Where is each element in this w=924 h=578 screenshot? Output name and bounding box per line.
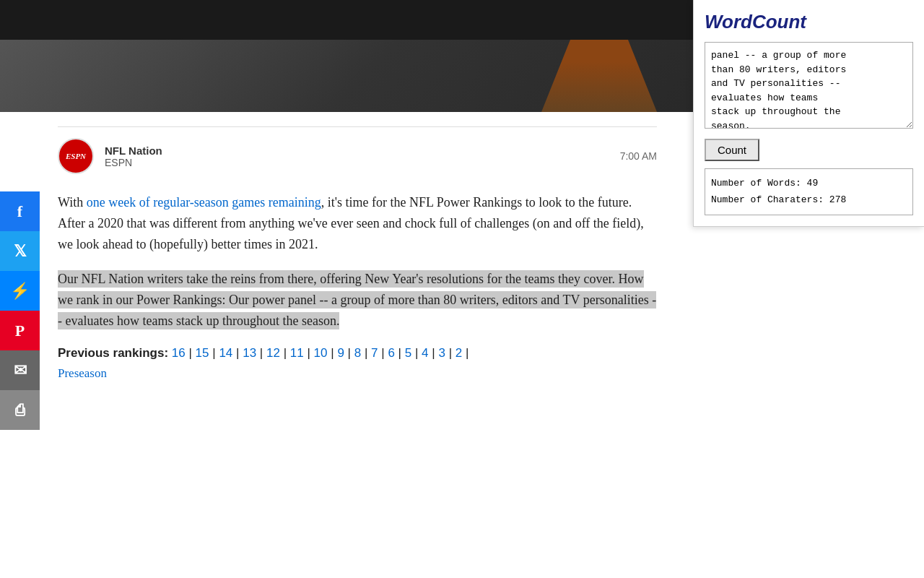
pinterest-share-button[interactable]: P <box>0 311 40 350</box>
regular-season-link[interactable]: one week of regular-season games remaini… <box>87 195 321 210</box>
intro-paragraph: With one week of regular-season games re… <box>58 192 657 254</box>
author-info: ESPN NFL Nation ESPN <box>58 138 162 174</box>
author-outlet: ESPN <box>105 157 162 168</box>
wordcount-panel: WordCount Count Number of Words: 49 Numb… <box>693 0 924 227</box>
messenger-icon: ⚡ <box>10 282 30 301</box>
preseason-link[interactable]: Preseason <box>58 366 657 381</box>
twitter-share-button[interactable]: 𝕏 <box>0 231 40 271</box>
author-name: NFL Nation <box>105 144 162 157</box>
highlighted-paragraph: Our NFL Nation writers take the reins fr… <box>58 269 657 331</box>
char-count-result: Number of Charaters: 278 <box>711 191 907 208</box>
social-sidebar: f 𝕏 ⚡ P ✉ ⎙ <box>0 191 40 430</box>
ranking-6-link[interactable]: 6 <box>388 346 394 360</box>
intro-before-link: With <box>58 195 87 210</box>
author-row: ESPN NFL Nation ESPN 7:00 AM <box>58 126 657 185</box>
print-button[interactable]: ⎙ <box>0 390 40 430</box>
twitter-icon: 𝕏 <box>14 242 27 261</box>
ranking-12-link[interactable]: 12 <box>266 346 280 360</box>
ranking-9-link[interactable]: 9 <box>337 346 344 360</box>
email-share-button[interactable]: ✉ <box>0 350 40 390</box>
ranking-16-link[interactable]: 16 <box>172 346 186 360</box>
ranking-15-link[interactable]: 15 <box>196 346 209 360</box>
email-icon: ✉ <box>14 361 27 380</box>
ranking-3-link[interactable]: 3 <box>438 346 445 360</box>
article-body: With one week of regular-season games re… <box>58 185 657 388</box>
ranking-8-link[interactable]: 8 <box>354 346 361 360</box>
ranking-5-link[interactable]: 5 <box>405 346 411 360</box>
ranking-14-link[interactable]: 14 <box>219 346 232 360</box>
wordcount-results: Number of Words: 49 Number of Charaters:… <box>705 168 913 215</box>
avatar-logo-text: ESPN <box>66 152 86 160</box>
ranking-11-link[interactable]: 11 <box>290 346 304 360</box>
author-details: NFL Nation ESPN <box>105 144 162 168</box>
facebook-icon: f <box>17 202 22 221</box>
messenger-share-button[interactable]: ⚡ <box>0 271 40 311</box>
ranking-2-link[interactable]: 2 <box>456 346 462 360</box>
word-count-result: Number of Words: 49 <box>711 175 907 191</box>
highlighted-text: Our NFL Nation writers take the reins fr… <box>58 270 656 329</box>
count-button[interactable]: Count <box>705 139 759 161</box>
pinterest-icon: P <box>15 322 25 340</box>
ranking-7-link[interactable]: 7 <box>371 346 378 360</box>
intro-after-link: , it's time for the NFL Powe <box>321 195 466 210</box>
avatar: ESPN <box>58 138 94 174</box>
prev-rankings-label: Previous rankings: <box>58 346 168 360</box>
ranking-4-link[interactable]: 4 <box>422 346 428 360</box>
wordcount-title: WordCount <box>705 11 913 33</box>
main-content: ESPN NFL Nation ESPN 7:00 AM With one we… <box>0 112 707 402</box>
publish-time: 7:00 AM <box>620 150 657 162</box>
wordcount-textarea[interactable] <box>705 42 913 129</box>
print-icon: ⎙ <box>15 401 25 420</box>
previous-rankings: Previous rankings: 16 | 15 | 14 | 13 | 1… <box>58 346 657 361</box>
facebook-share-button[interactable]: f <box>0 191 40 231</box>
ranking-13-link[interactable]: 13 <box>243 346 256 360</box>
ranking-10-link[interactable]: 10 <box>314 346 328 360</box>
